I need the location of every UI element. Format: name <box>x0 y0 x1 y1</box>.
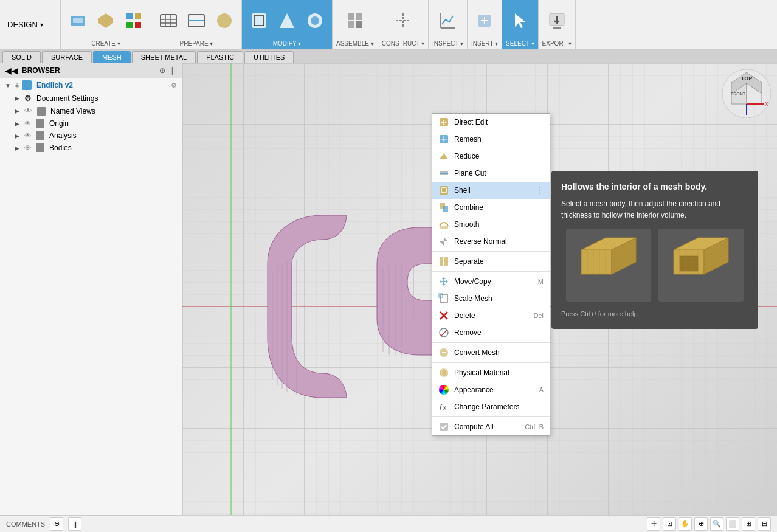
sidebar-collapse-icon[interactable]: ◀◀ <box>5 66 18 75</box>
separate-icon <box>438 256 449 267</box>
tab-bar: SOLID SURFACE MESH SHEET METAL PLASTIC U… <box>0 50 777 63</box>
assemble-icons <box>342 2 368 39</box>
design-button[interactable]: DESIGN ▾ <box>0 0 61 49</box>
nav-display-btn[interactable]: ⬜ <box>726 517 739 531</box>
design-label: DESIGN <box>7 20 38 29</box>
toolbar-section-construct: CONSTRUCT ▾ <box>378 0 429 49</box>
inspect-label[interactable]: INSPECT ▾ <box>432 40 463 47</box>
export-icon-1 <box>547 11 567 30</box>
menu-item-reduce[interactable]: Reduce <box>432 148 550 165</box>
modify-icon-2 <box>277 11 297 30</box>
construct-label[interactable]: CONSTRUCT ▾ <box>382 40 424 47</box>
svg-rect-2 <box>126 13 133 19</box>
nav-view-btn[interactable]: ⊟ <box>758 517 771 531</box>
svg-rect-72 <box>440 423 448 431</box>
tree-item-origin[interactable]: ▶ 👁 Origin <box>0 117 182 130</box>
tree-settings-icon[interactable]: ⚙ <box>171 81 177 89</box>
nav-search-btn[interactable]: 🔍 <box>710 517 723 531</box>
direct-edit-label: Direct Edit <box>454 118 544 126</box>
toolbar-section-assemble: ASSEMBLE ▾ <box>333 0 378 49</box>
tab-utilities[interactable]: UTILITIES <box>244 51 294 63</box>
appearance-shortcut: A <box>539 386 544 393</box>
create-btn-3[interactable] <box>120 9 147 33</box>
menu-item-compute-all[interactable]: Compute All Ctrl+B <box>432 418 550 435</box>
menu-item-scale-mesh[interactable]: Scale Mesh <box>432 290 550 307</box>
create-btn-2[interactable] <box>92 9 119 33</box>
tree-item-doc-settings[interactable]: ▶ ⚙ Document Settings <box>0 92 182 105</box>
nav-pan-btn[interactable]: ✋ <box>679 517 692 531</box>
menu-item-smooth[interactable]: Smooth <box>432 216 550 233</box>
tab-mesh[interactable]: MESH <box>93 51 131 63</box>
insert-label[interactable]: INSERT ▾ <box>471 40 498 47</box>
sidebar-expand-btn[interactable]: ⊕ <box>157 66 167 75</box>
svg-rect-3 <box>135 13 141 19</box>
svg-rect-58 <box>443 206 448 212</box>
menu-item-plane-cut[interactable]: Plane Cut <box>432 165 550 182</box>
nav-zoom-plus-btn[interactable]: ⊕ <box>694 517 708 531</box>
comments-label: COMMENTS <box>6 520 45 528</box>
toolbar-section-export: EXPORT ▾ <box>539 0 576 49</box>
nav-fit-btn[interactable]: ⊡ <box>663 517 676 531</box>
tree-item-named-views[interactable]: ▶ 👁 Named Views <box>0 105 182 117</box>
create-label[interactable]: CREATE ▾ <box>91 40 120 47</box>
tab-solid[interactable]: SOLID <box>2 51 41 63</box>
menu-item-delete[interactable]: Delete Del <box>432 307 550 324</box>
select-icon-1 <box>510 11 530 30</box>
prepare-btn-3[interactable] <box>211 9 238 33</box>
export-label[interactable]: EXPORT ▾ <box>542 40 572 47</box>
menu-item-shell[interactable]: Shell ⋮ <box>432 182 550 199</box>
menu-item-appearance[interactable]: Appearance A <box>432 381 550 398</box>
tab-plastic[interactable]: PLASTIC <box>197 51 243 63</box>
menu-item-remove[interactable]: Remove <box>432 324 550 341</box>
export-btn-1[interactable] <box>544 9 570 33</box>
modify-btn-1[interactable] <box>246 9 272 33</box>
menu-item-remesh[interactable]: Remesh <box>432 131 550 148</box>
insert-btn-1[interactable] <box>471 9 498 33</box>
separator-4 <box>432 362 550 363</box>
prepare-btn-2[interactable] <box>183 9 210 33</box>
menu-item-direct-edit[interactable]: Direct Edit <box>432 114 550 131</box>
create-btn-1[interactable] <box>64 9 91 33</box>
menu-item-separate[interactable]: Separate <box>432 253 550 270</box>
modify-btn-2[interactable] <box>274 9 300 33</box>
tab-surface[interactable]: SURFACE <box>42 51 92 63</box>
tree-arrow-root: ▼ <box>5 82 12 89</box>
assemble-icon-1 <box>345 11 365 30</box>
modify-btn-3[interactable] <box>302 9 328 33</box>
viewport-gizmo[interactable]: TOP FRONT X <box>722 69 771 118</box>
tree-label-origin: Origin <box>49 119 69 128</box>
nav-grid-btn[interactable]: ⊞ <box>742 517 755 531</box>
tree-label-doc-settings: Document Settings <box>36 94 98 103</box>
select-btn-1[interactable] <box>506 9 533 33</box>
comments-add-btn[interactable]: ⊕ <box>50 517 63 531</box>
prepare-btn-1[interactable] <box>155 9 182 33</box>
prepare-label[interactable]: PREPARE ▾ <box>180 40 213 47</box>
menu-item-convert-mesh[interactable]: Convert Mesh <box>432 344 550 361</box>
remove-label: Remove <box>454 328 544 337</box>
menu-item-reverse-normal[interactable]: Reverse Normal <box>432 233 550 250</box>
menu-item-move-copy[interactable]: Move/Copy M <box>432 273 550 290</box>
menu-item-combine[interactable]: Combine <box>432 199 550 216</box>
tree-item-bodies[interactable]: ▶ 👁 Bodies <box>0 142 182 154</box>
assemble-label[interactable]: ASSEMBLE ▾ <box>336 40 374 47</box>
dropdown-modify-menu: Direct Edit Remesh <box>432 113 777 436</box>
modify-label[interactable]: MODIFY ▾ <box>273 40 301 47</box>
nav-cursor-btn[interactable]: ✛ <box>647 517 660 531</box>
inspect-btn-1[interactable] <box>435 9 461 33</box>
menu-item-physical-material[interactable]: Physical Material <box>432 364 550 381</box>
move-copy-shortcut: M <box>538 278 544 285</box>
tree-label-analysis: Analysis <box>49 131 77 140</box>
construct-btn-1[interactable] <box>390 9 416 33</box>
tree-item-analysis[interactable]: ▶ 👁 Analysis <box>0 130 182 142</box>
tree-item-root[interactable]: ▼ ◈ Endlich v2 ⚙ <box>0 78 182 92</box>
viewport[interactable]: TOP FRONT X <box>182 63 777 515</box>
modify-icon-3 <box>305 11 325 30</box>
tab-sheet-metal[interactable]: SHEET METAL <box>132 51 196 63</box>
assemble-btn-1[interactable] <box>342 9 368 33</box>
sidebar-options-btn[interactable]: || <box>170 66 177 75</box>
tooltip-hint: Press Ctrl+/ for more help. <box>561 309 748 319</box>
select-label[interactable]: SELECT ▾ <box>506 40 534 47</box>
menu-item-change-params[interactable]: f x Change Parameters <box>432 398 550 415</box>
prepare-icon-2 <box>187 11 206 30</box>
comments-expand-btn[interactable]: || <box>68 517 81 531</box>
